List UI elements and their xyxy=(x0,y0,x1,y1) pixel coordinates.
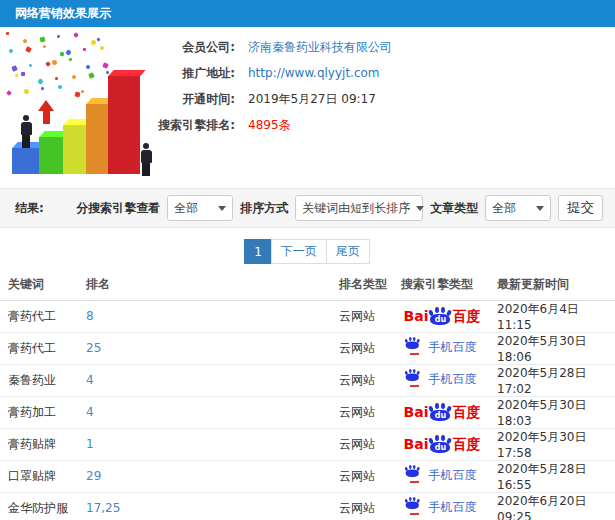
mobile-baidu-icon xyxy=(408,498,424,515)
table-row: 口罩贴牌 29 云网站 手机百度 2020年5月28日 16:55 xyxy=(0,460,615,492)
page: 网络营销效果展示 会员公司: 济南秦鲁药业科技有限公司 推广地址: http:/… xyxy=(0,0,615,520)
table-row: 膏药加工 4 云网站 Baidu百度 2020年5月30日 18:03 xyxy=(0,396,615,428)
sort-label: 排序方式 xyxy=(240,200,288,217)
table-row: 膏药代工 25 云网站 手机百度 2020年5月30日 18:06 xyxy=(0,332,615,364)
keyword-cell: 口罩贴牌 xyxy=(0,460,85,492)
company-link[interactable]: 济南秦鲁药业科技有限公司 xyxy=(248,39,392,56)
updated-cell: 2020年5月28日 17:02 xyxy=(487,364,615,396)
seo-rank-count: 4895条 xyxy=(248,117,291,134)
baidu-mobile-logo: 手机百度 xyxy=(408,370,477,387)
rank-link[interactable]: 4 xyxy=(86,373,94,387)
info-row-open-time: 开通时间: 2019年5月27日 09:17 xyxy=(143,86,615,112)
pagination: 1 下一页 尾页 xyxy=(0,239,615,264)
page-title: 网络营销效果展示 xyxy=(15,5,111,22)
info-row-seo-rank: 搜索引擎排名: 4895条 xyxy=(143,112,615,138)
chevron-down-icon xyxy=(218,206,226,211)
updated-cell: 2020年6月20日 09:25 xyxy=(487,492,615,520)
engine-cell: Baidu百度 xyxy=(397,396,487,428)
article-type-select[interactable]: 全部 xyxy=(485,195,551,221)
header-updated: 最新更新时间 xyxy=(487,270,615,300)
info-row-company: 会员公司: 济南秦鲁药业科技有限公司 xyxy=(143,34,615,60)
table-row: 膏药代工 8 云网站 Baidu百度 2020年6月4日 11:15 xyxy=(0,300,615,332)
rank-link[interactable]: 25 xyxy=(86,341,101,355)
open-time-value: 2019年5月27日 09:17 xyxy=(248,91,376,108)
keyword-cell: 膏药加工 xyxy=(0,396,85,428)
table-row: 金华防护服 17,25 云网站 手机百度 2020年6月20日 09:25 xyxy=(0,492,615,520)
sort-selected: 关键词由短到长排序 xyxy=(302,200,410,217)
baidu-paw-icon xyxy=(405,369,420,381)
mobile-baidu-icon xyxy=(408,466,424,483)
sort-select[interactable]: 关键词由短到长排序 xyxy=(295,195,423,221)
chevron-down-icon xyxy=(536,206,544,211)
keyword-cell: 金华防护服 xyxy=(0,492,85,520)
engine-cell: 手机百度 xyxy=(397,332,487,364)
keyword-cell: 膏药代工 xyxy=(0,332,85,364)
baidu-paw-icon: du xyxy=(429,403,451,421)
baidu-paw-icon xyxy=(405,337,420,349)
baidu-paw-icon: du xyxy=(429,435,451,453)
filter-controls: 分搜索引擎查看 全部 排序方式 关键词由短到长排序 文章类型 全部 提交 xyxy=(76,195,603,221)
engine-view-select[interactable]: 全部 xyxy=(167,195,233,221)
open-time-label: 开通时间: xyxy=(143,91,235,108)
rank-type-cell: 云网站 xyxy=(335,428,397,460)
rank-type-cell: 云网站 xyxy=(335,364,397,396)
up-arrow-icon xyxy=(38,100,54,124)
rank-link[interactable]: 17,25 xyxy=(86,501,120,515)
article-type-selected: 全部 xyxy=(492,200,516,217)
page-header: 网络营销效果展示 xyxy=(0,0,615,27)
engine-cell: Baidu百度 xyxy=(397,300,487,332)
next-page-button[interactable]: 下一页 xyxy=(271,239,327,264)
updated-cell: 2020年5月30日 18:03 xyxy=(487,396,615,428)
result-label: 结果: xyxy=(15,200,44,217)
baidu-paw-icon: du xyxy=(429,307,451,325)
rank-type-cell: 云网站 xyxy=(335,300,397,332)
baidu-pc-logo: Baidu百度 xyxy=(404,307,481,325)
results-table: 关键词 排名 排名类型 搜索引擎类型 最新更新时间 膏药代工 8 云网站 Bai… xyxy=(0,270,615,520)
header-engine-type: 搜索引擎类型 xyxy=(397,270,487,300)
keyword-cell: 秦鲁药业 xyxy=(0,364,85,396)
rank-link[interactable]: 29 xyxy=(86,469,101,483)
submit-button[interactable]: 提交 xyxy=(558,195,603,221)
rank-type-cell: 云网站 xyxy=(335,492,397,520)
baidu-pc-logo: Baidu百度 xyxy=(404,403,481,421)
baidu-paw-icon xyxy=(405,465,420,477)
rank-type-cell: 云网站 xyxy=(335,332,397,364)
rank-link[interactable]: 4 xyxy=(86,405,94,419)
promo-url-link[interactable]: http://www.qlyyjt.com xyxy=(248,66,380,80)
engine-cell: 手机百度 xyxy=(397,364,487,396)
chevron-down-icon xyxy=(416,206,424,211)
clipart-bar-red xyxy=(108,76,140,174)
company-label: 会员公司: xyxy=(143,39,235,56)
member-info-section: 会员公司: 济南秦鲁药业科技有限公司 推广地址: http://www.qlyy… xyxy=(0,27,615,188)
updated-cell: 2020年5月30日 18:06 xyxy=(487,332,615,364)
updated-cell: 2020年5月28日 16:55 xyxy=(487,460,615,492)
rank-link[interactable]: 1 xyxy=(86,437,94,451)
promo-url-label: 推广地址: xyxy=(143,65,235,82)
engine-view-selected: 全部 xyxy=(174,200,198,217)
results-table-body: 膏药代工 8 云网站 Baidu百度 2020年6月4日 11:15 膏药代工 … xyxy=(0,300,615,520)
header-keyword: 关键词 xyxy=(0,270,85,300)
header-rank: 排名 xyxy=(85,270,335,300)
article-type-label: 文章类型 xyxy=(430,200,478,217)
rank-type-cell: 云网站 xyxy=(335,396,397,428)
baidu-pc-logo: Baidu百度 xyxy=(404,435,481,453)
header-rank-type: 排名类型 xyxy=(335,270,397,300)
table-row: 秦鲁药业 4 云网站 手机百度 2020年5月28日 17:02 xyxy=(0,364,615,396)
engine-cell: Baidu百度 xyxy=(397,428,487,460)
rank-link[interactable]: 8 xyxy=(86,309,94,323)
results-table-header-row: 关键词 排名 排名类型 搜索引擎类型 最新更新时间 xyxy=(0,270,615,300)
baidu-mobile-logo: 手机百度 xyxy=(408,498,477,515)
info-row-url: 推广地址: http://www.qlyyjt.com xyxy=(143,60,615,86)
mobile-baidu-icon xyxy=(408,370,424,387)
engine-cell: 手机百度 xyxy=(397,492,487,520)
engine-cell: 手机百度 xyxy=(397,460,487,492)
filter-bar: 结果: 分搜索引擎查看 全部 排序方式 关键词由短到长排序 文章类型 全部 提交 xyxy=(0,188,615,228)
last-page-button[interactable]: 尾页 xyxy=(326,239,370,264)
keyword-cell: 膏药代工 xyxy=(0,300,85,332)
rank-type-cell: 云网站 xyxy=(335,460,397,492)
page-number-current[interactable]: 1 xyxy=(244,239,272,264)
baidu-mobile-logo: 手机百度 xyxy=(408,338,477,355)
businessman-figure-left xyxy=(18,115,34,148)
updated-cell: 2020年5月30日 17:58 xyxy=(487,428,615,460)
baidu-paw-icon xyxy=(405,497,420,509)
